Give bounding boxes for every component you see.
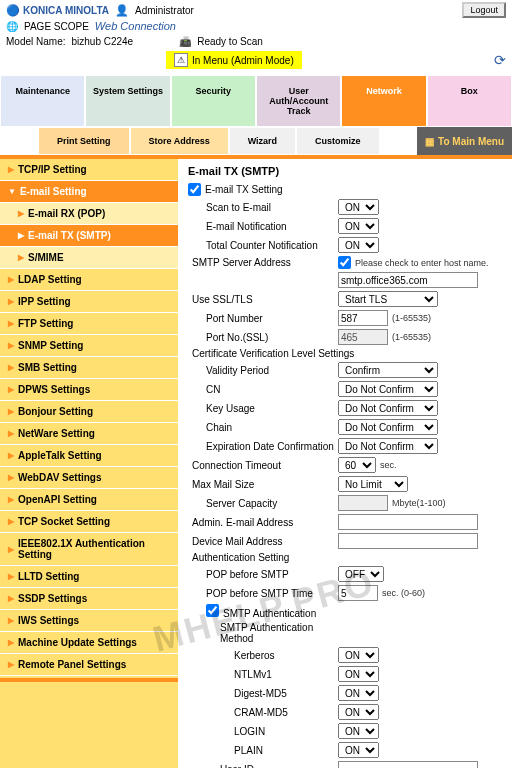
conn-timeout-select[interactable]: 60 xyxy=(338,457,376,473)
sidebar-iws[interactable]: ▶IWS Settings xyxy=(0,610,178,632)
sidebar-netware[interactable]: ▶NetWare Setting xyxy=(0,423,178,445)
tab-system-settings[interactable]: System Settings xyxy=(85,75,170,127)
model-label: Model Name: xyxy=(6,36,65,47)
sec-unit: sec. xyxy=(380,460,397,470)
ntlm-label: NTLMv1 xyxy=(188,669,338,680)
device-email-input[interactable] xyxy=(338,533,478,549)
sidebar-tcpip[interactable]: ▶TCP/IP Setting xyxy=(0,159,178,181)
pop-before-smtp-time-label: POP before SMTP Time xyxy=(188,588,338,599)
server-capacity-unit: Mbyte(1-100) xyxy=(392,498,446,508)
sidebar-ipp[interactable]: ▶IPP Setting xyxy=(0,291,178,313)
keyusage-label: Key Usage xyxy=(188,403,338,414)
chain-select[interactable]: Do Not Confirm xyxy=(338,419,438,435)
sidebar-appletalk[interactable]: ▶AppleTalk Setting xyxy=(0,445,178,467)
sidebar-email[interactable]: ▼E-mail Setting xyxy=(0,181,178,203)
port-range: (1-65535) xyxy=(392,313,431,323)
sidebar-ftp[interactable]: ▶FTP Setting xyxy=(0,313,178,335)
status-menu-bar: ⚠ In Menu (Admin Mode) xyxy=(166,51,302,69)
sidebar-remote-panel[interactable]: ▶Remote Panel Settings xyxy=(0,654,178,676)
sidebar-ssdp[interactable]: ▶SSDP Settings xyxy=(0,588,178,610)
brand-logo: 🔵 KONICA MINOLTA xyxy=(6,4,109,17)
userid-input[interactable] xyxy=(338,761,478,768)
smtp-address-input[interactable] xyxy=(338,272,478,288)
conn-timeout-label: Connection Timeout xyxy=(188,460,338,471)
cn-select[interactable]: Do Not Confirm xyxy=(338,381,438,397)
refresh-icon[interactable]: ⟳ xyxy=(494,52,506,68)
tab-store-address[interactable]: Store Address xyxy=(130,127,229,155)
plain-select[interactable]: ON xyxy=(338,742,379,758)
login-label: LOGIN xyxy=(188,726,338,737)
sidebar-snmp[interactable]: ▶SNMP Setting xyxy=(0,335,178,357)
tab-print-setting[interactable]: Print Setting xyxy=(38,127,130,155)
hostname-checkbox[interactable] xyxy=(338,256,351,269)
cram-select[interactable]: ON xyxy=(338,704,379,720)
ntlm-select[interactable]: ON xyxy=(338,666,379,682)
webconnection-label: Web Connection xyxy=(95,20,176,32)
status-ready: Ready to Scan xyxy=(197,36,263,47)
logout-button[interactable]: Logout xyxy=(462,2,506,18)
email-notification-label: E-mail Notification xyxy=(188,221,338,232)
sidebar-openapi[interactable]: ▶OpenAPI Setting xyxy=(0,489,178,511)
device-email-label: Device Mail Address xyxy=(188,536,338,547)
tab-box[interactable]: Box xyxy=(427,75,512,127)
tab-network[interactable]: Network xyxy=(341,75,426,127)
pop-before-smtp-time-input[interactable] xyxy=(338,585,378,601)
sidebar-ieee8021x[interactable]: ▶IEEE802.1X Authentication Setting xyxy=(0,533,178,566)
keyusage-select[interactable]: Do Not Confirm xyxy=(338,400,438,416)
cn-label: CN xyxy=(188,384,338,395)
expiration-select[interactable]: Do Not Confirm xyxy=(338,438,438,454)
smtp-address-label: SMTP Server Address xyxy=(188,257,338,268)
sidebar-smime[interactable]: ▶S/MIME xyxy=(0,247,178,269)
sidebar-bonjour[interactable]: ▶Bonjour Setting xyxy=(0,401,178,423)
pagescope-icon: 🌐 xyxy=(6,21,18,32)
tab-wizard[interactable]: Wizard xyxy=(229,127,296,155)
total-counter-label: Total Counter Notification xyxy=(188,240,338,251)
sidebar-machine-update[interactable]: ▶Machine Update Settings xyxy=(0,632,178,654)
menu-icon: ▦ xyxy=(425,136,434,147)
cram-label: CRAM-MD5 xyxy=(188,707,338,718)
sidebar-dpws[interactable]: ▶DPWS Settings xyxy=(0,379,178,401)
model-value: bizhub C224e xyxy=(71,36,133,47)
maxmail-select[interactable]: No Limit xyxy=(338,476,408,492)
port-ssl-input xyxy=(338,329,388,345)
sidebar-webdav[interactable]: ▶WebDAV Settings xyxy=(0,467,178,489)
total-counter-select[interactable]: ON xyxy=(338,237,379,253)
smtp-auth-checkbox[interactable] xyxy=(206,604,219,617)
sidebar-smb[interactable]: ▶SMB Setting xyxy=(0,357,178,379)
pop-before-smtp-label: POP before SMTP xyxy=(188,569,338,580)
tab-user-auth[interactable]: User Auth/Account Track xyxy=(256,75,341,127)
tab-customize[interactable]: Customize xyxy=(296,127,380,155)
email-tx-checkbox[interactable] xyxy=(188,183,201,196)
admin-label: Administrator xyxy=(135,5,194,16)
sidebar-ldap[interactable]: ▶LDAP Setting xyxy=(0,269,178,291)
login-select[interactable]: ON xyxy=(338,723,379,739)
ssl-label: Use SSL/TLS xyxy=(188,294,338,305)
kerberos-select[interactable]: ON xyxy=(338,647,379,663)
port-input[interactable] xyxy=(338,310,388,326)
tab-maintenance[interactable]: Maintenance xyxy=(0,75,85,127)
sidebar-tcp-socket[interactable]: ▶TCP Socket Setting xyxy=(0,511,178,533)
server-capacity-label: Server Capacity xyxy=(188,498,338,509)
sidebar-lltd[interactable]: ▶LLTD Setting xyxy=(0,566,178,588)
userid-label: User ID xyxy=(188,764,338,769)
smtp-auth-row: SMTP Authentication xyxy=(188,604,338,619)
sidebar-email-tx[interactable]: ▶E-mail TX (SMTP) xyxy=(0,225,178,247)
admin-email-input[interactable] xyxy=(338,514,478,530)
validity-select[interactable]: Confirm xyxy=(338,362,438,378)
scan-to-email-label: Scan to E-mail xyxy=(188,202,338,213)
tab-security[interactable]: Security xyxy=(171,75,256,127)
sidebar-email-rx[interactable]: ▶E-mail RX (POP) xyxy=(0,203,178,225)
digest-select[interactable]: ON xyxy=(338,685,379,701)
pop-before-smtp-select[interactable]: OFF xyxy=(338,566,384,582)
auth-setting-label: Authentication Setting xyxy=(188,552,338,563)
admin-email-label: Admin. E-mail Address xyxy=(188,517,338,528)
port-label: Port Number xyxy=(188,313,338,324)
validity-label: Validity Period xyxy=(188,365,338,376)
port-ssl-label: Port No.(SSL) xyxy=(188,332,338,343)
maxmail-label: Max Mail Size xyxy=(188,479,338,490)
pop-time-unit: sec. (0-60) xyxy=(382,588,425,598)
to-main-menu-button[interactable]: ▦To Main Menu xyxy=(417,127,512,155)
scan-to-email-select[interactable]: ON xyxy=(338,199,379,215)
ssl-select[interactable]: Start TLS xyxy=(338,291,438,307)
email-notification-select[interactable]: ON xyxy=(338,218,379,234)
